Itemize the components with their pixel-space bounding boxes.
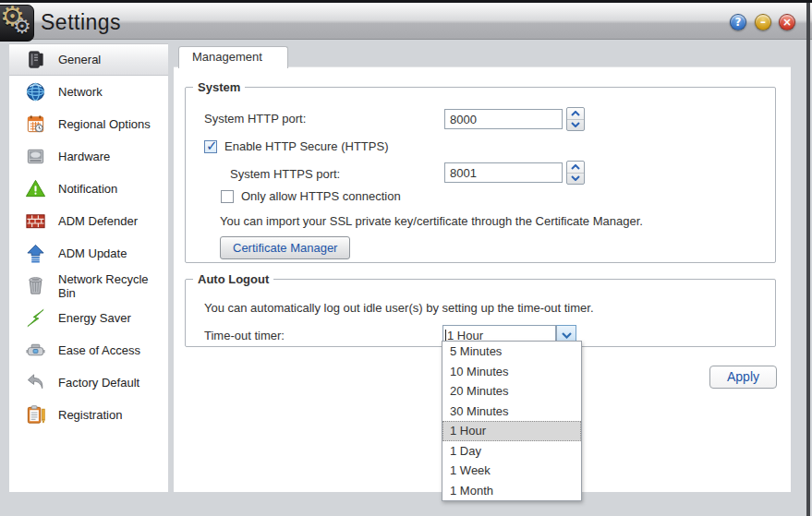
dropdown-option-5-minutes[interactable]: 5 Minutes <box>442 342 581 362</box>
sidebar-item-registration[interactable]: Registration <box>9 399 168 431</box>
timeout-dropdown-list: 5 Minutes10 Minutes20 Minutes30 Minutes1… <box>442 341 582 501</box>
help-button[interactable]: ? <box>730 14 746 30</box>
dropdown-option-20-minutes[interactable]: 20 Minutes <box>442 381 581 402</box>
undo-arrow-icon <box>25 372 46 393</box>
harddrive-icon <box>25 146 46 167</box>
ssl-note: You can import your SSL private key/cert… <box>220 214 643 228</box>
content-panel: System System HTTP port: Enable HTTP Sec… <box>174 66 791 492</box>
sidebar-item-factory-default[interactable]: Factory Default <box>9 366 168 399</box>
dropdown-option-10-minutes[interactable]: 10 Minutes <box>442 362 581 382</box>
https-port-label: System HTTPS port: <box>230 167 340 181</box>
sidebar-item-adm-defender[interactable]: ADM Defender <box>9 205 168 237</box>
sidebar-item-label: Regional Options <box>58 117 151 131</box>
spin-up-button[interactable] <box>567 108 584 120</box>
tab-label: Management <box>192 50 262 64</box>
chevron-up-icon <box>571 111 580 116</box>
sidebar-item-label: Registration <box>58 408 122 422</box>
auto-logout-note: You can automatically log out idle user(… <box>204 301 594 315</box>
sidebar-item-regional-options[interactable]: Regional Options <box>9 108 168 140</box>
sidebar-item-energy-saver[interactable]: Energy Saver <box>9 302 168 334</box>
spin-down-button[interactable] <box>567 120 584 131</box>
sidebar-item-adm-update[interactable]: ADM Update <box>9 237 168 270</box>
dropdown-option-30-minutes[interactable]: 30 Minutes <box>442 402 581 422</box>
only-https-label: Only allow HTTPS connection <box>241 189 401 203</box>
sidebar-item-label: General <box>58 53 101 66</box>
sidebar: GeneralNetworkRegional OptionsHardwareNo… <box>9 43 168 492</box>
https-port-spinner <box>566 161 585 185</box>
timeout-label: Time-out timer: <box>204 329 285 342</box>
spin-down-button[interactable] <box>567 174 584 185</box>
globe-icon <box>25 81 46 102</box>
sidebar-item-network[interactable]: Network <box>9 76 168 108</box>
sidebar-item-label: Energy Saver <box>58 311 131 325</box>
close-button[interactable]: × <box>779 14 795 30</box>
calendar-clock-icon <box>25 114 46 135</box>
auto-logout-fieldset: Auto Logout You can automatically log ou… <box>185 272 776 347</box>
enable-https-checkbox[interactable] <box>204 140 217 153</box>
dropdown-option-1-hour[interactable]: 1 Hour <box>442 421 581 441</box>
firewall-icon <box>25 210 46 232</box>
sidebar-item-notification[interactable]: Notification <box>9 173 168 205</box>
dropdown-option-1-month[interactable]: 1 Month <box>442 481 581 501</box>
sidebar-item-hardware[interactable]: Hardware <box>9 140 168 173</box>
spin-up-button[interactable] <box>567 162 584 174</box>
device-icon <box>25 340 46 361</box>
window-title: Settings <box>41 10 121 35</box>
warning-triangle-icon <box>25 178 46 199</box>
system-fieldset: System System HTTP port: Enable HTTP Sec… <box>185 80 776 263</box>
sidebar-item-label: Ease of Access <box>58 343 140 357</box>
server-icon <box>25 49 46 70</box>
http-port-label: System HTTP port: <box>204 112 306 126</box>
sidebar-item-label: ADM Update <box>58 246 127 260</box>
system-legend: System <box>193 80 245 94</box>
sidebar-item-label: Notification <box>58 182 117 196</box>
sidebar-item-label: Factory Default <box>58 376 139 390</box>
https-port-input[interactable] <box>444 162 563 183</box>
sidebar-item-label: Network Recycle Bin <box>58 272 168 300</box>
minimize-button[interactable]: – <box>755 14 771 30</box>
chevron-up-icon <box>571 164 580 170</box>
dropdown-option-1-day[interactable]: 1 Day <box>442 441 581 462</box>
http-port-input[interactable] <box>444 109 563 129</box>
chevron-down-icon <box>571 122 580 127</box>
minimize-icon: – <box>760 16 766 29</box>
up-arrow-icon <box>25 243 46 264</box>
auto-logout-legend: Auto Logout <box>193 272 273 286</box>
trash-icon <box>25 275 46 296</box>
apply-button[interactable]: Apply <box>709 366 777 389</box>
titlebar: ⚙ ⚙ Settings ? – × <box>0 0 812 40</box>
sidebar-item-ease-of-access[interactable]: Ease of Access <box>9 334 168 366</box>
question-icon: ? <box>735 16 742 29</box>
certificate-manager-button[interactable]: Certificate Manager <box>220 236 350 259</box>
gears-app-icon: ⚙ ⚙ <box>0 5 34 42</box>
tab-management[interactable]: Management <box>178 46 288 68</box>
sidebar-item-label: Network <box>58 85 103 99</box>
http-port-spinner <box>566 107 585 131</box>
sidebar-item-network-recycle-bin[interactable]: Network Recycle Bin <box>9 270 168 302</box>
dropdown-option-1-week[interactable]: 1 Week <box>442 461 581 481</box>
sidebar-item-label: Hardware <box>58 150 110 163</box>
clipboard-pencil-icon <box>25 404 46 426</box>
only-https-checkbox[interactable] <box>221 190 234 203</box>
chevron-down-icon <box>571 175 580 181</box>
chevron-down-icon <box>562 332 572 339</box>
lightning-icon <box>25 307 46 329</box>
settings-window: ⚙ ⚙ Settings ? – × GeneralNetworkRegiona… <box>0 0 812 516</box>
enable-https-label: Enable HTTP Secure (HTTPS) <box>224 139 388 153</box>
sidebar-item-general[interactable]: General <box>9 43 168 76</box>
window-right-border <box>806 3 810 516</box>
close-icon: × <box>782 16 792 29</box>
sidebar-item-label: ADM Defender <box>58 214 138 228</box>
